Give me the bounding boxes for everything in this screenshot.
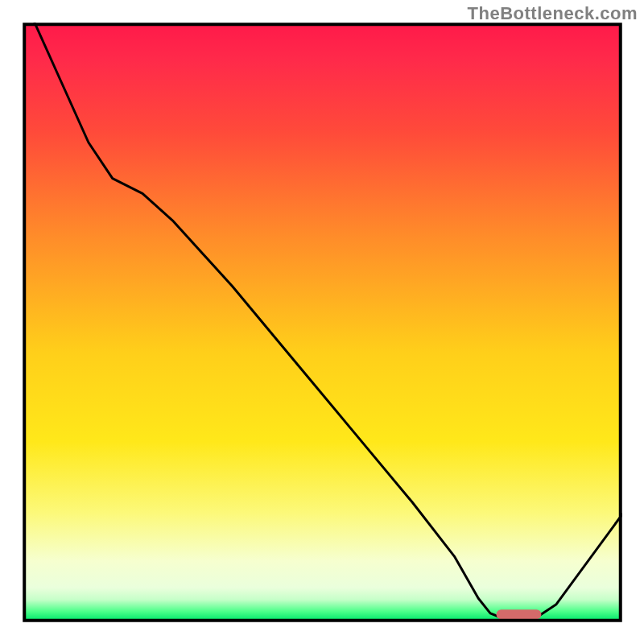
bottleneck-plot bbox=[23, 23, 622, 622]
watermark-text: TheBottleneck.com bbox=[468, 3, 638, 24]
plot-svg bbox=[23, 23, 622, 622]
gradient-background bbox=[24, 24, 621, 621]
optimal-marker bbox=[497, 609, 542, 619]
